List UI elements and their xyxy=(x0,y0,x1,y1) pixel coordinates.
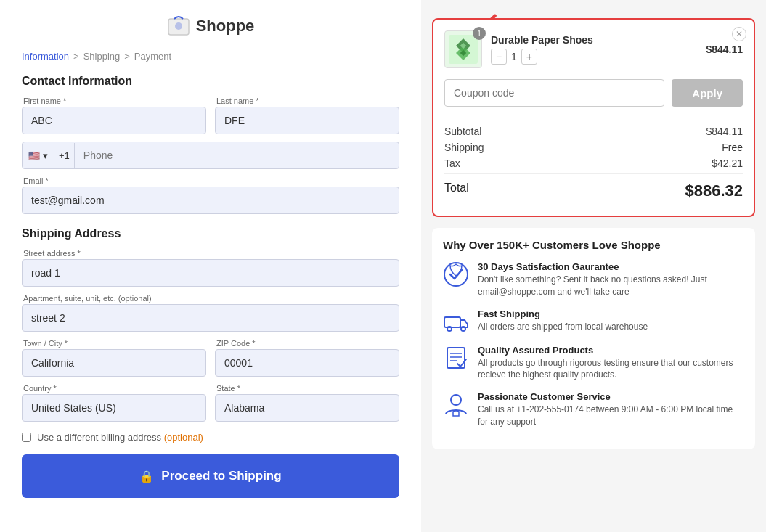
email-label: Email * xyxy=(22,176,399,185)
coupon-row: Apply xyxy=(444,79,743,107)
why-item-shipping-desc: All orders are shipped from local wareho… xyxy=(478,321,648,333)
subtotal-row: Subtotal $844.11 xyxy=(444,126,743,137)
name-row: First name * Last name * xyxy=(22,97,399,134)
apt-label: Apartment, suite, unit, etc. (optional) xyxy=(22,294,399,303)
phone-input[interactable] xyxy=(75,142,399,168)
why-item-quality-content: Quality Assured Products All products go… xyxy=(478,345,744,382)
first-name-group: First name * xyxy=(22,97,206,134)
svg-rect-8 xyxy=(444,317,460,327)
zip-input[interactable] xyxy=(215,349,399,377)
product-qty-controls: − 1 + xyxy=(491,49,697,65)
first-name-input[interactable] xyxy=(22,107,206,134)
shipping-value: Free xyxy=(722,142,743,153)
breadcrumb-information[interactable]: Information xyxy=(22,51,69,62)
state-group: State * Alabama California Texas xyxy=(215,384,399,422)
lock-icon: 🔒 xyxy=(139,470,154,483)
city-zip-row: Town / City * ZIP Code * xyxy=(22,339,399,377)
quality-icon xyxy=(443,345,469,371)
street-input[interactable] xyxy=(22,259,399,287)
why-item-quality-title: Quality Assured Products xyxy=(478,345,744,356)
product-quantity-badge: 1 xyxy=(473,27,486,40)
chevron-down-icon: ▾ xyxy=(43,150,48,161)
qty-increase-button[interactable]: + xyxy=(521,49,537,65)
phone-row: 🇺🇸 ▾ +1 xyxy=(22,142,399,169)
svg-point-1 xyxy=(175,22,182,30)
product-thumbnail: 1 xyxy=(444,30,482,68)
phone-flag-selector[interactable]: 🇺🇸 ▾ xyxy=(23,143,54,168)
phone-country-code: +1 xyxy=(54,143,75,168)
logo-text: Shoppe xyxy=(196,17,255,36)
breadcrumb-sep1: > xyxy=(73,51,79,62)
why-item-support-content: Passionate Customer Service Call us at +… xyxy=(478,391,744,428)
last-name-input[interactable] xyxy=(215,107,399,134)
logo-area: Shoppe xyxy=(22,15,399,38)
total-label: Total xyxy=(444,181,469,200)
support-icon xyxy=(443,391,469,417)
last-name-label: Last name * xyxy=(215,97,399,105)
email-input[interactable] xyxy=(22,187,399,214)
email-group: Email * xyxy=(22,176,399,214)
svg-point-7 xyxy=(444,263,468,286)
product-image xyxy=(449,35,478,64)
street-group: Street address * xyxy=(22,249,399,287)
subtotal-label: Subtotal xyxy=(444,126,481,137)
why-item-support: Passionate Customer Service Call us at +… xyxy=(443,391,744,428)
billing-checkbox-row: Use a different billing address (optiona… xyxy=(22,432,399,443)
total-value: $886.32 xyxy=(685,181,743,200)
zip-group: ZIP Code * xyxy=(215,339,399,377)
zip-label: ZIP Code * xyxy=(215,339,399,348)
state-select[interactable]: Alabama California Texas xyxy=(215,394,399,422)
why-item-guarantee-title: 30 Days Satisfaction Gaurantee xyxy=(478,261,744,272)
breadcrumb-payment[interactable]: Payment xyxy=(134,51,171,62)
city-input[interactable] xyxy=(22,349,206,377)
country-select[interactable]: United States (US) xyxy=(22,394,206,422)
flag-icon: 🇺🇸 xyxy=(28,150,40,161)
proceed-to-shipping-button[interactable]: 🔒 Proceed to Shipping xyxy=(22,454,399,498)
order-summary: 1 Durable Paper Shoes − 1 xyxy=(432,18,755,217)
breadcrumb: Information > Shipping > Payment xyxy=(22,51,399,62)
billing-checkbox[interactable] xyxy=(22,433,31,442)
why-section: Why Over 150K+ Customers Love Shoppe 30 … xyxy=(432,228,755,449)
why-item-quality-desc: All products go through rigorous testing… xyxy=(478,357,744,382)
why-item-quality: Quality Assured Products All products go… xyxy=(443,345,744,382)
total-row: Total $886.32 xyxy=(444,173,743,200)
qty-decrease-button[interactable]: − xyxy=(491,49,507,65)
why-item-guarantee-desc: Don't like something? Sent it back no qu… xyxy=(478,274,744,298)
billing-optional-label: (optional) xyxy=(164,432,203,443)
svg-point-10 xyxy=(461,327,465,331)
tax-label: Tax xyxy=(444,157,460,169)
city-label: Town / City * xyxy=(22,339,206,348)
shipping-icon xyxy=(443,308,469,335)
why-item-support-title: Passionate Customer Service xyxy=(478,391,744,402)
shipping-row: Shipping Free xyxy=(444,142,743,153)
apply-coupon-button[interactable]: Apply xyxy=(672,79,743,107)
first-name-label: First name * xyxy=(22,97,206,105)
product-row: 1 Durable Paper Shoes − 1 xyxy=(444,30,743,68)
why-item-shipping: Fast Shipping All orders are shipped fro… xyxy=(443,308,744,335)
billing-label: Use a different billing address (optiona… xyxy=(37,432,203,443)
apt-group: Apartment, suite, unit, etc. (optional) xyxy=(22,294,399,332)
svg-point-15 xyxy=(451,395,461,405)
breadcrumb-shipping[interactable]: Shipping xyxy=(83,51,121,62)
guarantee-icon xyxy=(443,261,469,287)
contact-section-title: Contact Information xyxy=(22,75,399,88)
tax-row: Tax $42.21 xyxy=(444,157,743,169)
why-item-support-desc: Call us at +1-202-555-0174 between 9:00 … xyxy=(478,404,744,428)
why-item-shipping-content: Fast Shipping All orders are shipped fro… xyxy=(478,308,648,333)
product-price: $844.11 xyxy=(706,44,743,55)
why-item-guarantee: 30 Days Satisfaction Gaurantee Don't lik… xyxy=(443,261,744,298)
country-group: Country * United States (US) xyxy=(22,384,206,422)
shipping-label: Shipping xyxy=(444,142,484,153)
product-details: Durable Paper Shoes − 1 + xyxy=(491,34,697,65)
subtotal-value: $844.11 xyxy=(706,126,743,137)
country-label: Country * xyxy=(22,384,206,393)
shipping-section-title: Shipping Address xyxy=(22,227,399,240)
city-group: Town / City * xyxy=(22,339,206,377)
last-name-group: Last name * xyxy=(215,97,399,134)
coupon-input[interactable] xyxy=(444,79,664,107)
why-item-shipping-title: Fast Shipping xyxy=(478,308,648,319)
apt-input[interactable] xyxy=(22,304,399,332)
product-name: Durable Paper Shoes xyxy=(491,34,697,46)
remove-product-button[interactable]: ✕ xyxy=(732,27,746,41)
country-state-row: Country * United States (US) State * Ala… xyxy=(22,384,399,422)
